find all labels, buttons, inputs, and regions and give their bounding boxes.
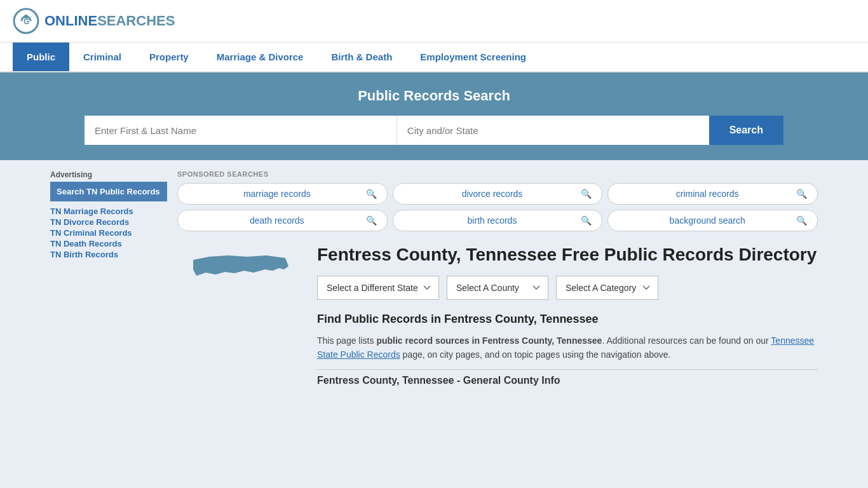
- sidebar-link-criminal[interactable]: TN Criminal Records: [50, 228, 167, 238]
- search-button[interactable]: Search: [709, 116, 783, 145]
- content-area: SPONSORED SEARCHES marriage records 🔍 di…: [177, 170, 818, 389]
- sidebar-link-birth[interactable]: TN Birth Records: [50, 250, 167, 259]
- nav-item-public[interactable]: Public: [13, 43, 69, 71]
- sponsored-tag-birth[interactable]: birth records 🔍: [393, 210, 603, 231]
- desc-bold1: public record sources in Fentress County…: [376, 336, 602, 346]
- sidebar-ad-box[interactable]: Search TN Public Records: [50, 182, 167, 201]
- header: G ONLINESEARCHES: [0, 0, 868, 43]
- tennessee-map-svg: [190, 250, 292, 301]
- find-heading: Find Public Records in Fentress County, …: [317, 313, 818, 326]
- sponsored-tag-birth-text: birth records: [403, 215, 581, 226]
- nav-item-birth-death[interactable]: Birth & Death: [317, 43, 406, 71]
- sidebar-link-divorce[interactable]: TN Divorce Records: [50, 217, 167, 227]
- sponsored-tag-criminal-text: criminal records: [618, 189, 796, 199]
- nav-item-property[interactable]: Property: [135, 43, 203, 71]
- general-info-heading: Fentress County, Tennessee - General Cou…: [317, 375, 818, 386]
- logo-searches: SEARCHES: [97, 13, 175, 29]
- category-dropdown[interactable]: Select A Category: [556, 276, 658, 300]
- county-content: Fentress County, Tennessee Free Public R…: [317, 244, 818, 389]
- desc-part2: . Additional resources can be found on o…: [602, 336, 771, 346]
- sponsored-tag-death[interactable]: death records 🔍: [177, 210, 388, 231]
- sponsored-tag-divorce-text: divorce records: [403, 189, 581, 199]
- logo: G ONLINESEARCHES: [13, 8, 175, 34]
- sponsored-tag-marriage[interactable]: marriage records 🔍: [177, 183, 388, 205]
- name-input[interactable]: [85, 116, 397, 145]
- search-icon-divorce: 🔍: [581, 189, 592, 199]
- search-form: Search: [85, 116, 783, 145]
- city-input[interactable]: [397, 116, 709, 145]
- county-section: Fentress County, Tennessee Free Public R…: [177, 244, 818, 389]
- sponsored-tag-marriage-text: marriage records: [188, 189, 366, 199]
- search-icon-marriage: 🔍: [366, 189, 377, 199]
- sponsored-tag-background[interactable]: background search 🔍: [607, 210, 818, 231]
- sidebar-link-marriage[interactable]: TN Marriage Records: [50, 207, 167, 216]
- search-banner: Public Records Search Search: [0, 72, 868, 160]
- dropdown-row: Select a Different State Select A County…: [317, 276, 818, 300]
- logo-online: ONLINE: [44, 13, 97, 29]
- search-icon-criminal: 🔍: [796, 189, 807, 199]
- sponsored-grid: marriage records 🔍 divorce records 🔍 cri…: [177, 183, 818, 231]
- description-text: This page lists public record sources in…: [317, 334, 818, 362]
- search-icon-background: 🔍: [796, 215, 807, 226]
- desc-part3: page, on city pages, and on topic pages …: [400, 349, 671, 360]
- county-title: Fentress County, Tennessee Free Public R…: [317, 244, 818, 266]
- search-icon-death: 🔍: [366, 215, 377, 226]
- desc-part1: This page lists: [317, 336, 376, 346]
- divider: [317, 369, 818, 370]
- sidebar-link-death[interactable]: TN Death Records: [50, 239, 167, 248]
- sidebar: Advertising Search TN Public Records TN …: [50, 170, 177, 389]
- sponsored-tag-background-text: background search: [618, 215, 796, 226]
- svg-text:G: G: [24, 17, 29, 26]
- state-dropdown[interactable]: Select a Different State: [317, 276, 439, 300]
- county-dropdown[interactable]: Select A County: [447, 276, 548, 300]
- search-icon-birth: 🔍: [581, 215, 592, 226]
- main-nav: Public Criminal Property Marriage & Divo…: [0, 43, 868, 72]
- state-map: [177, 244, 304, 389]
- sponsored-tag-criminal[interactable]: criminal records 🔍: [607, 183, 818, 205]
- main-container: Advertising Search TN Public Records TN …: [40, 160, 828, 389]
- nav-item-criminal[interactable]: Criminal: [69, 43, 135, 71]
- nav-item-employment[interactable]: Employment Screening: [406, 43, 540, 71]
- logo-text: ONLINESEARCHES: [44, 13, 175, 29]
- search-banner-title: Public Records Search: [13, 88, 855, 104]
- sponsored-label: SPONSORED SEARCHES: [177, 170, 818, 178]
- sponsored-tag-divorce[interactable]: divorce records 🔍: [393, 183, 603, 205]
- nav-item-marriage-divorce[interactable]: Marriage & Divorce: [203, 43, 318, 71]
- sidebar-advertising-label: Advertising: [50, 170, 167, 179]
- sponsored-tag-death-text: death records: [188, 215, 366, 226]
- logo-icon: G: [13, 8, 39, 34]
